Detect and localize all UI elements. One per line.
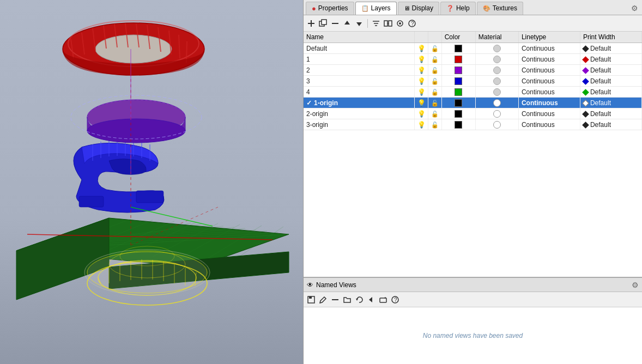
color-swatch[interactable]: [455, 66, 462, 74]
layer-linetype-cell[interactable]: Continuous: [518, 108, 580, 119]
nv-cam-button[interactable]: [378, 294, 389, 305]
nv-back-button[interactable]: [366, 294, 377, 305]
layer-color-cell[interactable]: [441, 54, 475, 65]
bulb-icon[interactable]: 💡: [417, 99, 426, 107]
layer-color-cell[interactable]: [441, 108, 475, 119]
layer-color-cell[interactable]: [441, 119, 475, 130]
layer-printwidth-cell[interactable]: Default: [580, 98, 641, 108]
layer-linetype-cell[interactable]: Continuous: [518, 119, 580, 130]
layer-on-cell[interactable]: 💡: [414, 119, 428, 130]
tab-display[interactable]: 🖥 Display: [398, 2, 439, 15]
layer-linetype-cell[interactable]: Continuous: [518, 87, 580, 98]
layer-color-cell[interactable]: [441, 98, 475, 108]
material-circle[interactable]: [493, 66, 501, 74]
bulb-icon[interactable]: 💡: [417, 88, 426, 96]
layer-lock-cell[interactable]: 🔓: [428, 65, 441, 76]
nv-help-button[interactable]: ?: [390, 294, 401, 305]
move-down-button[interactable]: [354, 18, 365, 29]
nv-restore-button[interactable]: [354, 294, 365, 305]
lock-icon[interactable]: 🔓: [431, 78, 439, 84]
viewport-3d[interactable]: [0, 0, 303, 364]
nv-edit-button[interactable]: [318, 294, 329, 305]
table-row[interactable]: Default💡🔓ContinuousDefault: [304, 43, 642, 54]
layer-material-cell[interactable]: [475, 119, 518, 130]
tab-textures[interactable]: 🎨 Textures: [477, 2, 523, 15]
lock-icon[interactable]: 🔓: [431, 56, 439, 63]
layer-material-cell[interactable]: [475, 76, 518, 87]
bulb-icon[interactable]: 💡: [417, 121, 426, 129]
merge-button[interactable]: [383, 18, 393, 29]
layer-material-cell[interactable]: [475, 54, 518, 65]
table-row[interactable]: 3💡🔓ContinuousDefault: [304, 76, 642, 87]
layer-properties-button[interactable]: [395, 18, 405, 29]
table-row[interactable]: 2-origin💡🔓ContinuousDefault: [304, 108, 642, 119]
lock-icon[interactable]: 🔓: [431, 100, 439, 106]
color-swatch[interactable]: [455, 110, 462, 118]
layer-linetype-cell[interactable]: Continuous: [518, 76, 580, 87]
lock-icon[interactable]: 🔓: [431, 67, 439, 74]
layer-material-cell[interactable]: [475, 65, 518, 76]
layer-material-cell[interactable]: [475, 87, 518, 98]
layer-on-cell[interactable]: 💡: [414, 108, 428, 119]
layer-on-cell[interactable]: 💡: [414, 54, 428, 65]
tab-help[interactable]: ❓ Help: [440, 2, 476, 15]
layer-on-cell[interactable]: 💡: [414, 65, 428, 76]
layer-lock-cell[interactable]: 🔓: [428, 98, 441, 108]
layer-color-cell[interactable]: [441, 43, 475, 54]
lock-icon[interactable]: 🔓: [431, 89, 439, 95]
layer-material-cell[interactable]: [475, 43, 518, 54]
color-swatch[interactable]: [455, 56, 462, 63]
layer-on-cell[interactable]: 💡: [414, 76, 428, 87]
duplicate-layer-button[interactable]: [318, 18, 329, 29]
table-row[interactable]: 3-origin💡🔓ContinuousDefault: [304, 119, 642, 130]
lock-icon[interactable]: 🔓: [431, 111, 439, 117]
bulb-icon[interactable]: 💡: [417, 110, 426, 118]
layer-on-cell[interactable]: 💡: [414, 98, 428, 108]
material-circle[interactable]: [493, 99, 501, 107]
layer-lock-cell[interactable]: 🔓: [428, 119, 441, 130]
color-swatch[interactable]: [455, 121, 462, 129]
layer-printwidth-cell[interactable]: Default: [580, 76, 641, 87]
layer-color-cell[interactable]: [441, 87, 475, 98]
table-row[interactable]: 2💡🔓ContinuousDefault: [304, 65, 642, 76]
layer-lock-cell[interactable]: 🔓: [428, 87, 441, 98]
bulb-icon[interactable]: 💡: [417, 56, 426, 63]
layer-printwidth-cell[interactable]: Default: [580, 119, 641, 130]
material-circle[interactable]: [493, 110, 501, 118]
layer-printwidth-cell[interactable]: Default: [580, 54, 641, 65]
layer-lock-cell[interactable]: 🔓: [428, 43, 441, 54]
color-swatch[interactable]: [455, 88, 462, 96]
material-circle[interactable]: [493, 45, 501, 52]
filter-button[interactable]: [371, 18, 381, 29]
table-row[interactable]: 4💡🔓ContinuousDefault: [304, 87, 642, 98]
tab-properties[interactable]: ● Properties: [306, 2, 354, 15]
layer-printwidth-cell[interactable]: Default: [580, 108, 641, 119]
material-circle[interactable]: [493, 77, 501, 85]
layer-printwidth-cell[interactable]: Default: [580, 43, 641, 54]
material-circle[interactable]: [493, 88, 501, 96]
color-swatch[interactable]: [455, 99, 462, 107]
layer-lock-cell[interactable]: 🔓: [428, 108, 441, 119]
layer-linetype-cell[interactable]: Continuous: [518, 98, 580, 108]
color-swatch[interactable]: [455, 77, 462, 85]
delete-layer-button[interactable]: [330, 18, 341, 29]
layer-color-cell[interactable]: [441, 76, 475, 87]
nv-delete-button[interactable]: [330, 294, 341, 305]
table-row[interactable]: ✓1-origin💡🔓ContinuousDefault: [304, 98, 642, 108]
layer-lock-cell[interactable]: 🔓: [428, 54, 441, 65]
layer-lock-cell[interactable]: 🔓: [428, 76, 441, 87]
bulb-icon[interactable]: 💡: [417, 45, 426, 52]
layer-material-cell[interactable]: [475, 98, 518, 108]
tab-layers[interactable]: 📋 Layers: [355, 2, 397, 15]
table-row[interactable]: 1💡🔓ContinuousDefault: [304, 54, 642, 65]
help-button[interactable]: ?: [407, 18, 417, 29]
named-views-settings-icon[interactable]: ⚙: [632, 281, 639, 289]
layer-linetype-cell[interactable]: Continuous: [518, 54, 580, 65]
bulb-icon[interactable]: 💡: [417, 66, 426, 74]
move-up-button[interactable]: [342, 18, 353, 29]
layer-color-cell[interactable]: [441, 65, 475, 76]
lock-icon[interactable]: 🔓: [431, 45, 439, 52]
layer-printwidth-cell[interactable]: Default: [580, 87, 641, 98]
layer-material-cell[interactable]: [475, 108, 518, 119]
lock-icon[interactable]: 🔓: [431, 122, 439, 128]
